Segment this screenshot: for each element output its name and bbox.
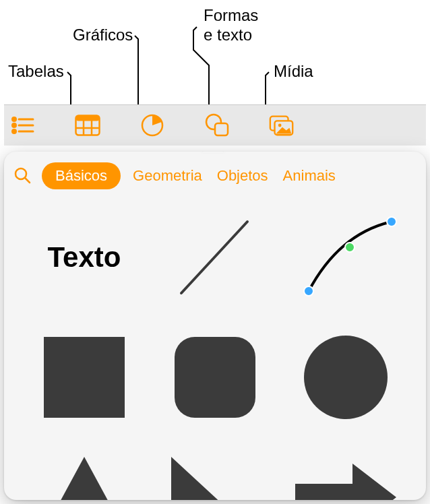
- tab-basic[interactable]: Básicos: [42, 162, 121, 189]
- search-icon: [13, 166, 31, 184]
- callout-shapes-text: Formas e texto: [204, 6, 258, 45]
- text-shape-label: Texto: [48, 241, 121, 274]
- callout-tables: Tabelas: [8, 62, 64, 82]
- shape-rounded-square[interactable]: [151, 327, 279, 428]
- shapes-button[interactable]: [204, 112, 231, 139]
- insert-toolbar: [4, 104, 426, 146]
- svg-line-18: [25, 178, 30, 183]
- callout-media: Mídia: [274, 62, 313, 82]
- circle-icon: [302, 334, 390, 421]
- svg-marker-26: [40, 457, 128, 500]
- media-button[interactable]: [268, 112, 295, 139]
- shape-square[interactable]: [20, 327, 148, 428]
- pie-chart-icon: [140, 113, 164, 137]
- shape-line[interactable]: [151, 207, 279, 308]
- svg-marker-28: [295, 464, 396, 500]
- callout-charts: Gráficos: [73, 26, 133, 45]
- right-triangle-icon: [168, 453, 262, 500]
- square-icon: [40, 334, 128, 421]
- svg-point-22: [387, 217, 396, 226]
- shape-triangle[interactable]: [20, 447, 148, 500]
- tables-button[interactable]: [74, 112, 101, 139]
- svg-line-19: [181, 222, 247, 293]
- svg-point-20: [304, 286, 313, 296]
- svg-rect-7: [76, 116, 100, 121]
- svg-point-16: [278, 124, 282, 127]
- shapes-icon: [204, 113, 230, 137]
- list-button[interactable]: [9, 112, 36, 139]
- svg-point-25: [304, 336, 388, 419]
- svg-rect-24: [175, 337, 255, 418]
- tab-geometry[interactable]: Geometria: [130, 162, 205, 189]
- line-icon: [168, 214, 262, 301]
- shape-curve[interactable]: [282, 207, 410, 308]
- photos-icon: [268, 114, 295, 137]
- shapes-grid: Texto: [4, 199, 426, 500]
- table-icon: [75, 115, 100, 136]
- rounded-square-icon: [171, 334, 259, 421]
- curve-icon: [292, 214, 400, 301]
- svg-rect-13: [215, 123, 228, 135]
- tab-animals[interactable]: Animais: [280, 162, 338, 189]
- charts-button[interactable]: [139, 112, 166, 139]
- search-button[interactable]: [13, 166, 32, 185]
- svg-point-4: [13, 130, 16, 133]
- tab-objects[interactable]: Objetos: [214, 162, 271, 189]
- shape-right-triangle[interactable]: [151, 447, 279, 500]
- svg-point-2: [13, 124, 16, 127]
- triangle-icon: [37, 453, 131, 500]
- shape-circle[interactable]: [282, 327, 410, 428]
- arrow-right-icon: [292, 453, 400, 500]
- shape-arrow[interactable]: [282, 447, 410, 500]
- svg-marker-27: [171, 457, 259, 500]
- shape-text[interactable]: Texto: [20, 207, 148, 308]
- list-icon: [11, 116, 34, 135]
- svg-point-0: [13, 118, 16, 121]
- shapes-category-tabs: Básicos Geometria Objetos Animais: [4, 152, 426, 199]
- shapes-popover: Básicos Geometria Objetos Animais Texto: [4, 152, 426, 500]
- svg-rect-23: [44, 337, 125, 418]
- svg-point-21: [345, 243, 355, 252]
